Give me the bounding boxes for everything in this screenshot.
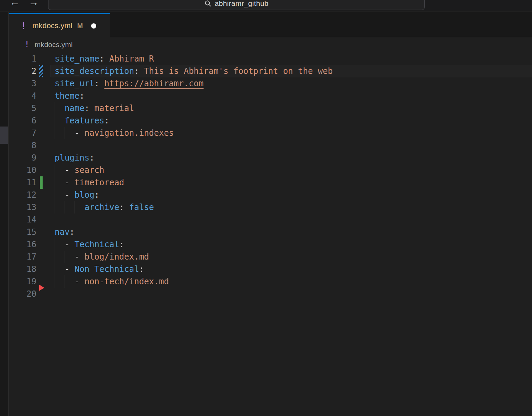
token-str: material (89, 103, 134, 113)
code-line-8[interactable]: 8 (9, 139, 532, 152)
code-text: name: material (55, 102, 134, 114)
code-line-10[interactable]: 10 - search (9, 164, 532, 176)
code-line-9[interactable]: 9plugins: (9, 152, 532, 164)
code-editor[interactable]: 1site_name: Abhiram R2site_description: … (9, 52, 532, 416)
code-text: - timetoread (55, 176, 124, 189)
code-line-13[interactable]: 13 archive: false (9, 201, 532, 214)
token-str: timetoread (75, 178, 124, 187)
line-number[interactable]: 1 (9, 53, 36, 65)
detected-link[interactable]: https://abhiramr.com (104, 79, 204, 88)
token-punct: : (69, 227, 74, 237)
indent-guide (55, 164, 55, 176)
code-line-6[interactable]: 6 features: (9, 114, 532, 127)
code-line-11[interactable]: 11 - timetoread (9, 176, 532, 189)
code-text: site_name: Abhiram R (55, 53, 154, 65)
indent-guide (55, 114, 55, 127)
line-number[interactable]: 2 (9, 65, 36, 77)
code-text: theme: (55, 90, 85, 102)
code-line-16[interactable]: 16 - Technical: (9, 238, 532, 251)
token-str: This is Abhiram's footprint on the web (139, 66, 333, 76)
token-str: blog/index.md (85, 252, 149, 262)
tab-filename: mkdocs.yml (32, 21, 72, 30)
code-text: - non-tech/index.md (55, 275, 169, 288)
line-number[interactable]: 7 (9, 127, 36, 139)
editor-group: ! mkdocs.yml M ! mkdocs.yml 1site_name: … (9, 12, 532, 416)
line-number[interactable]: 10 (9, 164, 36, 176)
token-punct: - (65, 264, 75, 274)
token-punct: : (139, 264, 144, 274)
line-number[interactable]: 12 (9, 189, 36, 201)
breadcrumb-filename[interactable]: mkdocs.yml (35, 41, 73, 49)
line-number[interactable]: 19 (9, 275, 36, 288)
line-number[interactable]: 11 (9, 176, 36, 189)
token-punct: : (99, 54, 104, 64)
token-key: site_url (55, 79, 95, 88)
git-modified-gutter-marker[interactable] (39, 65, 43, 77)
back-button[interactable]: ← (10, 0, 20, 9)
tab-bar: ! mkdocs.yml M (9, 12, 532, 37)
code-line-1[interactable]: 1site_name: Abhiram R (9, 53, 532, 65)
line-number[interactable]: 8 (9, 139, 36, 152)
forward-button[interactable]: → (29, 0, 39, 9)
token-str: Abhiram R (104, 54, 154, 64)
line-number[interactable]: 20 (9, 288, 36, 300)
indent-guide (55, 238, 55, 251)
line-number[interactable]: 15 (9, 226, 36, 238)
code-text: - Non Technical: (55, 263, 144, 275)
git-added-gutter-marker[interactable] (40, 176, 43, 189)
token-key: site_description (55, 66, 134, 76)
code-line-2[interactable]: 2site_description: This is Abhiram's foo… (9, 65, 532, 77)
search-value: abhiramr_github (215, 0, 268, 8)
token-key: theme (55, 91, 79, 101)
line-number[interactable]: 17 (9, 251, 36, 263)
code-line-18[interactable]: 18 - Non Technical: (9, 263, 532, 275)
token-punct: : (119, 240, 124, 249)
line-number[interactable]: 9 (9, 152, 36, 164)
line-number[interactable]: 6 (9, 114, 36, 127)
code-text: site_url: https://abhiramr.com (55, 77, 203, 90)
token-punct: : (119, 202, 124, 212)
code-line-19[interactable]: 19 - non-tech/index.md (9, 275, 532, 288)
code-line-3[interactable]: 3site_url: https://abhiramr.com (9, 77, 532, 90)
dirty-indicator[interactable] (91, 23, 96, 29)
line-number[interactable]: 3 (9, 77, 36, 90)
line-number[interactable]: 18 (9, 263, 36, 275)
code-line-4[interactable]: 4theme: (9, 90, 532, 102)
token-key: site_name (55, 54, 99, 64)
tab-mkdocs-yml[interactable]: ! mkdocs.yml M (9, 13, 110, 37)
token-punct: - (65, 178, 75, 187)
code-text: - blog/index.md (55, 251, 149, 263)
token-key: nav (55, 227, 69, 237)
token-key: blog (75, 190, 95, 200)
token-key: Non Technical (75, 264, 139, 274)
command-center-search[interactable]: abhiramr_github (48, 0, 425, 10)
token-punct: - (65, 240, 75, 249)
code-line-5[interactable]: 5 name: material (9, 102, 532, 114)
panel-scrollbar-thumb[interactable] (0, 127, 8, 144)
line-number[interactable]: 4 (9, 90, 36, 102)
token-key: archive (85, 202, 119, 212)
line-number[interactable]: 13 (9, 201, 36, 214)
code-line-17[interactable]: 17 - blog/index.md (9, 251, 532, 263)
line-number[interactable]: 14 (9, 214, 36, 226)
code-text: - Technical: (55, 238, 124, 251)
token-punct: : (79, 91, 84, 101)
code-line-14[interactable]: 14 (9, 214, 532, 226)
token-punct: : (89, 153, 94, 163)
token-punct: : (85, 103, 89, 113)
code-line-12[interactable]: 12 - blog: (9, 189, 532, 201)
code-text: site_description: This is Abhiram's foot… (55, 65, 333, 77)
indent-guide (55, 189, 55, 201)
code-line-15[interactable]: 15nav: (9, 226, 532, 238)
indent-guide (65, 201, 65, 214)
line-number[interactable]: 16 (9, 238, 36, 251)
code-line-7[interactable]: 7 - navigation.indexes (9, 127, 532, 139)
code-text: features: (55, 114, 109, 127)
token-plain (55, 178, 65, 187)
token-bool: false (124, 202, 154, 212)
git-deleted-gutter-marker[interactable] (39, 285, 44, 291)
line-number[interactable]: 5 (9, 102, 36, 114)
token-str (99, 79, 104, 88)
token-punct: : (104, 116, 109, 125)
code-line-20[interactable]: 20 (9, 288, 532, 300)
